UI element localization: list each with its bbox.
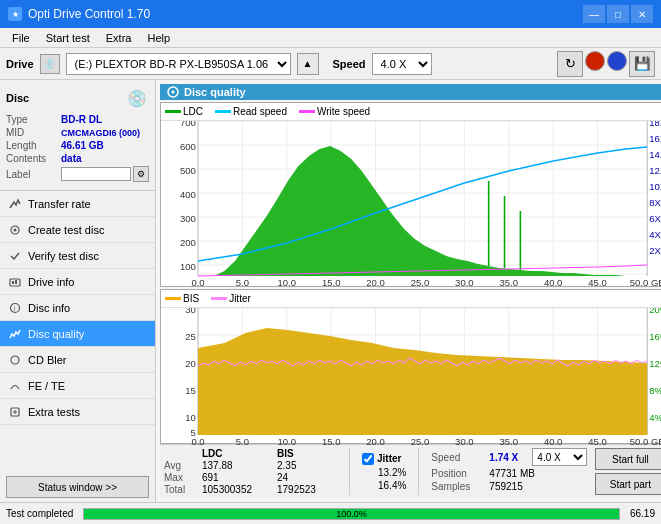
menu-file[interactable]: File [4, 31, 38, 45]
top-chart-svg: 700 600 500 400 300 200 100 18X 16X 14X … [161, 121, 661, 288]
circle-red-button[interactable] [585, 51, 605, 71]
svg-point-12 [172, 91, 175, 94]
ldc-max-val: 691 [202, 472, 274, 483]
nav-transfer-rate[interactable]: Transfer rate [0, 191, 155, 217]
refresh-button[interactable]: ↻ [557, 51, 583, 77]
svg-text:15.0: 15.0 [322, 437, 341, 445]
jitter-legend-label: Jitter [229, 293, 251, 304]
fe-te-icon [8, 379, 22, 393]
drive-select[interactable]: (E:) PLEXTOR BD-R PX-LB950SA 1.06 [66, 53, 291, 75]
menu-start-test[interactable]: Start test [38, 31, 98, 45]
svg-text:5.0: 5.0 [236, 278, 249, 288]
app-icon: ★ [8, 7, 22, 21]
disc-label-input[interactable] [61, 167, 131, 181]
svg-text:16%: 16% [649, 332, 661, 342]
ldc-legend-color [165, 110, 181, 113]
svg-text:30.0: 30.0 [455, 278, 474, 288]
svg-text:30: 30 [185, 308, 196, 315]
disc-quality-icon [8, 327, 22, 341]
nav-disc-quality-label: Disc quality [28, 328, 84, 340]
drive-icon: 💿 [40, 54, 60, 74]
disc-mid-key: MID [6, 127, 61, 138]
maximize-button[interactable]: □ [607, 5, 629, 23]
speed-label: Speed [431, 452, 486, 463]
position-val: 47731 MB [489, 468, 559, 479]
nav-drive-info[interactable]: Drive info [0, 269, 155, 295]
disc-mid-row: MID CMCMAGDI6 (000) [6, 127, 149, 138]
speed-select[interactable]: 4.0 X [372, 53, 432, 75]
samples-val: 759215 [489, 481, 559, 492]
svg-text:16X: 16X [649, 134, 661, 144]
speed-select-dropdown[interactable]: 4.0 X [532, 448, 587, 466]
svg-text:45.0: 45.0 [588, 437, 607, 445]
nav-fe-te[interactable]: FE / TE [0, 373, 155, 399]
nav-verify-test-disc[interactable]: Verify test disc [0, 243, 155, 269]
circle-blue-button[interactable] [607, 51, 627, 71]
bis-legend: BIS [165, 293, 199, 304]
svg-text:6X: 6X [649, 214, 661, 224]
drive-label: Drive [6, 58, 34, 70]
speed-row: Speed 1.74 X 4.0 X [431, 448, 587, 466]
start-full-button[interactable]: Start full [595, 448, 661, 470]
status-window-button[interactable]: Status window >> [6, 476, 149, 498]
action-buttons: Start full Start part [595, 448, 661, 495]
create-test-disc-icon [8, 223, 22, 237]
top-chart: LDC Read speed Write speed [160, 102, 661, 287]
jitter-avg-val: 13.2% [362, 467, 406, 478]
eject-button[interactable]: ▲ [297, 53, 319, 75]
svg-text:50.0 GB: 50.0 GB [630, 278, 661, 288]
nav-extra-tests[interactable]: Extra tests [0, 399, 155, 425]
nav-disc-info[interactable]: i Disc info [0, 295, 155, 321]
extra-tests-icon [8, 405, 22, 419]
svg-text:10.0: 10.0 [278, 278, 297, 288]
statusbar-right-value: 66.19 [630, 508, 655, 519]
save-button[interactable]: 💾 [629, 51, 655, 77]
window-controls: — □ ✕ [583, 5, 653, 23]
svg-text:10.0: 10.0 [278, 437, 297, 445]
disc-label-button[interactable]: ⚙ [133, 166, 149, 182]
titlebar: ★ Opti Drive Control 1.70 — □ ✕ [0, 0, 661, 28]
menu-help[interactable]: Help [139, 31, 178, 45]
ldc-col-label: LDC [202, 448, 274, 459]
svg-text:4X: 4X [649, 230, 661, 240]
disc-panel: Disc 💿 Type BD-R DL MID CMCMAGDI6 (000) … [0, 80, 155, 191]
disc-label-row: Label ⚙ [6, 166, 149, 182]
bis-avg-val: 2.35 [277, 460, 337, 471]
svg-marker-80 [198, 328, 647, 435]
svg-marker-32 [198, 146, 647, 276]
nav-disc-quality[interactable]: Disc quality [0, 321, 155, 347]
progress-bar-container: 100.0% [83, 508, 620, 520]
svg-text:400: 400 [180, 190, 196, 200]
svg-text:40.0: 40.0 [544, 437, 563, 445]
jitter-checkbox[interactable] [362, 453, 374, 465]
svg-text:40.0: 40.0 [544, 278, 563, 288]
minimize-button[interactable]: — [583, 5, 605, 23]
svg-text:600: 600 [180, 142, 196, 152]
write-speed-legend: Write speed [299, 106, 370, 117]
start-part-button[interactable]: Start part [595, 473, 661, 495]
svg-text:35.0: 35.0 [499, 437, 518, 445]
disc-type-key: Type [6, 114, 61, 125]
menu-extra[interactable]: Extra [98, 31, 140, 45]
jitter-header: Jitter [362, 453, 406, 465]
disc-image-icon: 💿 [125, 86, 149, 110]
stats-divider-1 [349, 448, 350, 495]
svg-text:20: 20 [185, 359, 196, 369]
svg-text:5.0: 5.0 [236, 437, 249, 445]
jitter-col-label: Jitter [377, 453, 401, 464]
svg-text:200: 200 [180, 238, 196, 248]
close-button[interactable]: ✕ [631, 5, 653, 23]
jitter-legend-color [211, 297, 227, 300]
content-area: Disc quality LDC Read speed [156, 80, 661, 502]
svg-text:700: 700 [180, 121, 196, 128]
panel-title: Disc quality [160, 84, 661, 100]
drive-info-icon [8, 275, 22, 289]
ldc-legend-label: LDC [183, 106, 203, 117]
samples-label: Samples [431, 481, 486, 492]
svg-text:8X: 8X [649, 198, 661, 208]
progress-label: 100.0% [336, 509, 367, 519]
nav-create-test-disc[interactable]: Create test disc [0, 217, 155, 243]
stats-section: LDC BIS Avg 137.88 2.35 Max 691 24 Total… [160, 444, 661, 498]
nav-cd-bler[interactable]: CD Bler [0, 347, 155, 373]
disc-mid-val: CMCMAGDI6 (000) [61, 128, 140, 138]
